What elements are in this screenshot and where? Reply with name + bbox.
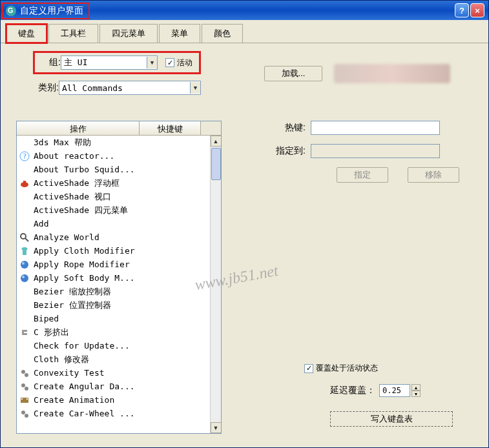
list-item[interactable]: Bezier 位置控制器 bbox=[17, 298, 210, 312]
spinner-up-button[interactable]: ▲ bbox=[411, 384, 421, 391]
category-label: 类别: bbox=[28, 82, 59, 94]
list-item-label: Apply Cloth Modifier bbox=[34, 246, 135, 256]
assigned-to-display bbox=[311, 144, 440, 158]
titlebar[interactable]: 自定义用户界面 ? × bbox=[1, 1, 488, 20]
list-item-label: Bezier 位置控制器 bbox=[34, 300, 111, 311]
actions-list: 操作 快捷键 3ds Max 帮助?About reactor...About … bbox=[16, 121, 222, 434]
list-item[interactable]: ActiveShade 视口 bbox=[17, 190, 210, 203]
list-body: 3ds Max 帮助?About reactor...About Turbo S… bbox=[17, 136, 221, 433]
dropdown-arrow-icon bbox=[190, 82, 200, 94]
delay-spinner-value[interactable]: 0.25 bbox=[379, 384, 410, 397]
svg-text:?: ? bbox=[23, 152, 27, 161]
list-item[interactable]: Bezier 缩放控制器 bbox=[17, 285, 210, 298]
list-item-label: Check for Update... bbox=[34, 341, 130, 351]
titlebar-highlight: 自定义用户界面 bbox=[2, 3, 90, 19]
side-panel: 热键: 指定到: 指定 移除 bbox=[253, 121, 472, 183]
list-item[interactable]: Create Angular Da... bbox=[17, 380, 210, 393]
svg-point-11 bbox=[25, 373, 28, 377]
hotkey-label: 热键: bbox=[253, 122, 311, 134]
column-action[interactable]: 操作 bbox=[17, 121, 140, 135]
list-item[interactable]: Analyze World bbox=[17, 230, 210, 244]
list-header: 操作 快捷键 bbox=[17, 121, 221, 136]
load-button[interactable]: 加载... bbox=[264, 66, 322, 81]
list-item[interactable]: Cloth 修改器 bbox=[17, 352, 210, 366]
list-item[interactable]: Create Car-Wheel ... bbox=[17, 407, 210, 420]
list-item-label: Create Animation bbox=[34, 395, 114, 405]
list-item[interactable]: Apply Cloth Modifier bbox=[17, 244, 210, 258]
tab-color[interactable]: 颜色 bbox=[202, 24, 243, 43]
group-select-value: 主 UI bbox=[64, 57, 87, 68]
lower-panel: ✓ 覆盖处于活动状态 延迟覆盖： 0.25 ▲ ▼ 写入键盘表 bbox=[265, 363, 466, 427]
vertical-scrollbar[interactable]: ▲ ▼ bbox=[210, 136, 221, 433]
override-active-checkbox[interactable]: ✓ bbox=[304, 364, 313, 373]
list-item-label: Convexity Test bbox=[34, 368, 105, 378]
override-active-checkbox-wrap[interactable]: ✓ 覆盖处于活动状态 bbox=[304, 363, 378, 374]
spinner-down-button[interactable]: ▼ bbox=[411, 391, 421, 397]
svg-point-9 bbox=[22, 276, 25, 278]
list-item-label: Biped bbox=[34, 314, 59, 323]
title-buttons: ? × bbox=[455, 3, 484, 17]
list-item[interactable]: Apply Rope Modifier bbox=[17, 258, 210, 271]
active-checkbox-wrap[interactable]: ✓ 活动 bbox=[165, 57, 192, 68]
group-label: 组: bbox=[39, 57, 61, 68]
active-checkbox[interactable]: ✓ bbox=[165, 58, 174, 67]
svg-point-6 bbox=[21, 261, 28, 269]
list-item[interactable]: ?About reactor... bbox=[17, 149, 210, 163]
list-item[interactable]: Check for Update... bbox=[17, 339, 210, 352]
svg-point-12 bbox=[21, 383, 25, 387]
scroll-down-button[interactable]: ▼ bbox=[211, 422, 222, 433]
remove-button[interactable]: 移除 bbox=[408, 167, 459, 183]
tab-keyboard[interactable]: 键盘 bbox=[6, 24, 47, 43]
list-item[interactable]: Create Animation bbox=[17, 393, 210, 407]
list-item-label: ActiveShade 视口 bbox=[34, 191, 111, 203]
svg-line-5 bbox=[25, 238, 28, 241]
list-item[interactable]: 3ds Max 帮助 bbox=[17, 136, 210, 149]
help-button[interactable]: ? bbox=[455, 3, 469, 17]
svg-point-17 bbox=[21, 411, 25, 414]
assign-button[interactable]: 指定 bbox=[337, 167, 388, 183]
tab-toolbar[interactable]: 工具栏 bbox=[48, 24, 98, 43]
category-select[interactable]: All Commands bbox=[59, 81, 201, 95]
list-item-label: Analyze World bbox=[34, 232, 99, 242]
write-keyboard-chart-button[interactable]: 写入键盘表 bbox=[330, 411, 453, 427]
list-item-label: ActiveShade 浮动框 bbox=[34, 178, 120, 189]
svg-point-2 bbox=[21, 182, 28, 187]
app-icon bbox=[6, 6, 16, 16]
delay-spinner[interactable]: 0.25 ▲ ▼ bbox=[379, 384, 421, 397]
list-item[interactable]: Biped bbox=[17, 312, 210, 325]
tab-strip: 键盘 工具栏 四元菜单 菜单 颜色 bbox=[1, 20, 488, 43]
list-item[interactable]: ActiveShade 四元菜单 bbox=[17, 203, 210, 217]
bottom-buttons: 加载... bbox=[264, 64, 450, 83]
scroll-up-button[interactable]: ▲ bbox=[211, 136, 222, 147]
list-item-label: 3ds Max 帮助 bbox=[34, 137, 91, 148]
scroll-thumb[interactable] bbox=[211, 148, 221, 180]
blurred-region bbox=[334, 64, 450, 83]
list-item-label: About reactor... bbox=[34, 151, 114, 161]
list-item[interactable]: Convexity Test bbox=[17, 366, 210, 380]
svg-point-8 bbox=[21, 274, 28, 282]
list-item-label: About Turbo Squid... bbox=[34, 165, 135, 174]
delay-override-label: 延迟覆盖： bbox=[330, 385, 375, 396]
list-item[interactable]: Add bbox=[17, 217, 210, 230]
list-item[interactable]: ActiveShade 浮动框 bbox=[17, 176, 210, 190]
svg-point-7 bbox=[22, 262, 25, 265]
tab-menu[interactable]: 菜单 bbox=[159, 24, 200, 43]
list-item-label: C 形挤出 bbox=[34, 327, 69, 338]
list-item-label: Apply Soft Body M... bbox=[34, 273, 135, 283]
dropdown-arrow-icon bbox=[147, 57, 157, 68]
list-item[interactable]: Apply Soft Body M... bbox=[17, 271, 210, 285]
group-select[interactable]: 主 UI bbox=[61, 56, 158, 70]
svg-point-18 bbox=[25, 414, 28, 418]
tab-quad[interactable]: 四元菜单 bbox=[99, 24, 158, 43]
list-item-label: Add bbox=[34, 219, 48, 229]
close-button[interactable]: × bbox=[470, 3, 484, 17]
content-area: 组: 主 UI ✓ 活动 类别: All Commands 操作 快 bbox=[1, 43, 488, 103]
svg-point-4 bbox=[21, 234, 26, 239]
list-item-label: Create Car-Wheel ... bbox=[34, 409, 135, 418]
list-item[interactable]: C 形挤出 bbox=[17, 325, 210, 339]
list-item-label: Bezier 缩放控制器 bbox=[34, 286, 111, 298]
hotkey-input[interactable] bbox=[311, 121, 440, 135]
svg-point-13 bbox=[25, 387, 28, 391]
list-item[interactable]: About Turbo Squid... bbox=[17, 163, 210, 176]
column-shortcut[interactable]: 快捷键 bbox=[140, 121, 201, 135]
